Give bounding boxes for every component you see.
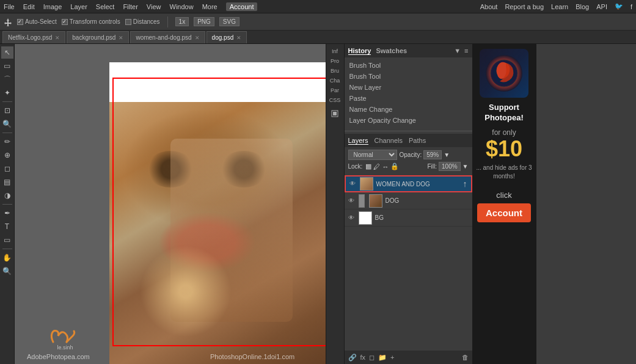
history-item-3[interactable]: Paste — [345, 93, 472, 104]
layer-eye-women-dog[interactable]: 👁 — [349, 180, 357, 187]
gradient-tool-btn[interactable]: ▤ — [1, 176, 13, 188]
dodge-tool-btn[interactable]: ◑ — [1, 189, 13, 202]
layer-item-dog[interactable]: 👁 DOG — [345, 192, 472, 209]
type-tool-btn[interactable]: T — [1, 220, 13, 233]
ad-account-button[interactable]: Account — [477, 203, 531, 222]
zoom-tool-btn[interactable]: 🔍 — [1, 265, 13, 277]
lock-all-icon[interactable]: 🔒 — [390, 162, 399, 170]
tab-dog[interactable]: dog.psd ✕ — [207, 31, 247, 43]
tab-netflix-logo[interactable]: Netflix-Logo.psd ✕ — [2, 31, 65, 43]
add-style-btn[interactable]: fx — [360, 354, 366, 361]
history-item-5[interactable]: Layer Opacity Change — [345, 115, 472, 126]
eyedropper-btn[interactable]: 🔍 — [1, 118, 13, 130]
menu-about[interactable]: About — [480, 3, 498, 10]
tab-close-background[interactable]: ✕ — [119, 35, 123, 41]
tab-women-dog[interactable]: women-and-dog.psd ✕ — [130, 31, 205, 43]
layers-tab-channels[interactable]: Channels — [375, 137, 403, 144]
layers-tab-layers[interactable]: Layers — [348, 137, 368, 145]
opacity-value[interactable]: 59% — [423, 150, 442, 159]
clone-stamp-btn[interactable]: ⊕ — [1, 149, 13, 161]
create-layer-btn[interactable]: + — [390, 354, 394, 361]
add-mask-btn[interactable]: ◻ — [369, 354, 375, 362]
side-tab-bru[interactable]: Bru — [327, 66, 342, 76]
side-tab-cha[interactable]: Cha — [327, 76, 342, 86]
tab-close-netflix[interactable]: ✕ — [55, 35, 60, 41]
link-layers-btn[interactable]: 🔗 — [348, 354, 357, 362]
tab-background[interactable]: background.psd ✕ — [67, 31, 129, 43]
magic-wand-btn[interactable]: ✦ — [1, 87, 13, 99]
panel-collapse-icon[interactable]: ▼ — [454, 47, 461, 54]
side-panel-icon[interactable] — [329, 107, 341, 120]
lock-fill-row: Lock: ▩ 🖊 ↔ 🔒 Fill: 100% ▼ — [348, 162, 469, 171]
eraser-tool-btn[interactable]: ◻ — [1, 162, 13, 175]
transform-checkbox[interactable] — [62, 19, 68, 25]
tab-close-women-dog[interactable]: ✕ — [195, 35, 200, 41]
history-tab[interactable]: History — [348, 47, 371, 55]
fill-value[interactable]: 100% — [439, 162, 461, 171]
menu-account[interactable]: Account — [226, 2, 258, 11]
menu-edit[interactable]: Edit — [23, 3, 35, 10]
history-item-2[interactable]: New Layer — [345, 82, 472, 93]
history-item-4[interactable]: Name Change — [345, 104, 472, 115]
svg-button[interactable]: SVG — [219, 17, 239, 26]
swatches-tab[interactable]: Swatches — [376, 47, 407, 55]
lock-transparent-icon[interactable]: ▩ — [365, 162, 371, 170]
opacity-dropdown-icon[interactable]: ▼ — [444, 151, 450, 158]
auto-select-option[interactable]: Auto-Select — [17, 18, 57, 25]
menu-file[interactable]: File — [4, 3, 15, 10]
transform-controls-option[interactable]: Transform controls — [62, 18, 120, 25]
ad-hide-ads-text: ... and hide ads for 3 months! — [476, 164, 533, 181]
distances-checkbox[interactable] — [125, 19, 131, 25]
crop-tool-btn[interactable]: ⊡ — [1, 104, 13, 117]
canvas-white-area — [109, 62, 326, 102]
panel-menu-icon[interactable]: ≡ — [464, 47, 468, 54]
delete-layer-btn[interactable]: 🗑 — [462, 354, 469, 361]
menu-select[interactable]: Select — [96, 3, 115, 10]
side-tab-par[interactable]: Par — [327, 86, 342, 95]
side-tab-inf[interactable]: Inf — [327, 46, 342, 56]
tab-close-dog[interactable]: ✕ — [236, 35, 241, 41]
pen-tool-btn[interactable]: ✒ — [1, 207, 13, 219]
menu-image[interactable]: Image — [43, 3, 62, 10]
hand-tool-btn[interactable]: ✋ — [1, 252, 13, 264]
social-facebook-icon[interactable]: f — [631, 3, 632, 10]
layer-item-bg[interactable]: 👁 BG — [345, 209, 472, 227]
canvas-document[interactable] — [109, 62, 326, 364]
move-tool-btn[interactable]: ↖ — [1, 46, 13, 59]
blend-mode-select[interactable]: Normal — [348, 150, 397, 160]
menu-window[interactable]: Window — [170, 3, 194, 10]
lasso-tool-btn[interactable]: ⌒ — [1, 73, 13, 86]
layer-eye-bg[interactable]: 👁 — [348, 214, 356, 222]
distances-option[interactable]: Distances — [125, 18, 160, 25]
create-group-btn[interactable]: 📁 — [378, 354, 387, 362]
auto-select-checkbox[interactable] — [17, 19, 23, 25]
menu-api[interactable]: API — [596, 3, 607, 10]
layer-eye-dog[interactable]: 👁 — [348, 197, 356, 205]
png-button[interactable]: PNG — [194, 17, 214, 26]
social-twitter-icon[interactable]: 🐦 — [615, 2, 623, 10]
layers-tab-paths[interactable]: Paths — [409, 137, 426, 144]
canvas-area[interactable]: le.sinh AdobePhotopea.com PhotoshopOnlin… — [15, 44, 326, 364]
size-select[interactable]: 1x — [175, 17, 189, 26]
menu-learn[interactable]: Learn — [551, 3, 568, 10]
select-tool-btn[interactable]: ▭ — [1, 60, 13, 72]
layer-list: 👁 WOMEN AND DOG ↑ 👁 DOG — [345, 175, 472, 351]
lock-position-icon[interactable]: ↔ — [382, 163, 389, 170]
lock-image-icon[interactable]: 🖊 — [373, 163, 380, 170]
menu-more[interactable]: More — [202, 3, 217, 10]
layer-item-women-dog[interactable]: 👁 WOMEN AND DOG ↑ — [345, 175, 472, 192]
history-panel: Brush Tool Brush Tool New Layer Paste Na… — [345, 57, 472, 128]
side-tab-pro[interactable]: Pro — [327, 56, 342, 66]
side-nav-strip: Inf Pro Bru Cha Par CSS — [326, 44, 344, 364]
menu-view[interactable]: View — [147, 3, 161, 10]
menu-report-bug[interactable]: Report a bug — [505, 3, 544, 10]
history-item-0[interactable]: Brush Tool — [345, 60, 472, 71]
shape-tool-btn[interactable]: ▭ — [1, 234, 13, 246]
menu-filter[interactable]: Filter — [123, 3, 137, 10]
fill-dropdown-icon[interactable]: ▼ — [462, 163, 469, 170]
menu-layer[interactable]: Layer — [70, 3, 87, 10]
brush-tool-btn[interactable]: ✏ — [1, 136, 13, 148]
history-item-1[interactable]: Brush Tool — [345, 71, 472, 82]
side-tab-css[interactable]: CSS — [327, 95, 342, 105]
menu-blog[interactable]: Blog — [576, 3, 589, 10]
